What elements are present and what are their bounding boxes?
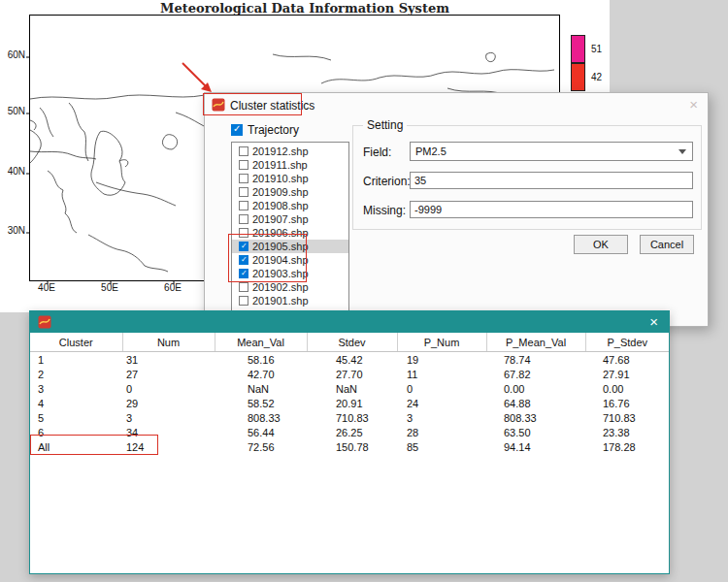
file-item[interactable]: 201907.shp [232, 212, 348, 226]
cancel-button[interactable]: Cancel [640, 235, 694, 254]
file-checkbox[interactable] [239, 269, 248, 278]
table-row[interactable]: 22742.7027.701167.8227.91 [30, 367, 669, 381]
table-cell: 3 [397, 410, 486, 425]
table-column-header[interactable]: P_Stdev [585, 333, 669, 352]
table-column-header[interactable]: Cluster [30, 333, 122, 352]
file-label: 201904.shp [252, 254, 309, 266]
table-cell: 2 [30, 367, 122, 381]
table-row[interactable]: 13158.1645.421978.7447.68 [30, 352, 669, 368]
y-axis-tick-label: 30N [2, 225, 25, 236]
table-row[interactable]: 30NaNNaN00.000.00 [30, 381, 669, 396]
table-cell: 0.00 [486, 381, 585, 396]
x-axis-tick-label: 60E [160, 282, 185, 293]
table-row[interactable]: 42958.5220.912464.8816.76 [30, 396, 669, 410]
colorbar-label: 42 [591, 72, 602, 82]
criterion-label: Criterion: [363, 175, 411, 188]
file-checkbox[interactable] [239, 146, 248, 156]
table-cell: 808.33 [486, 410, 585, 425]
table-cell: 29 [122, 396, 215, 410]
table-column-header[interactable]: Mean_Val [215, 333, 307, 352]
table-column-header[interactable]: Stdev [307, 333, 397, 352]
file-checkbox[interactable] [239, 228, 248, 238]
trajectory-file-list[interactable]: 201912.shp201911.shp201910.shp201909.shp… [231, 142, 349, 318]
field-combobox[interactable]: PM2.5 [410, 142, 693, 161]
file-item[interactable]: 201910.shp [232, 172, 348, 185]
chevron-down-icon [678, 149, 686, 154]
table-cell: 0.00 [585, 381, 669, 396]
setting-group: Setting Field: PM2.5 Criterion: Missing: [352, 125, 702, 230]
file-checkbox[interactable] [239, 174, 248, 183]
table-row[interactable]: 53808.33710.833808.33710.83 [30, 410, 669, 425]
file-item[interactable]: 201911.shp [232, 158, 348, 172]
table-cell: 42.70 [215, 367, 307, 381]
table-cell: NaN [307, 381, 397, 396]
table-cell: 1 [30, 352, 122, 368]
file-label: 201908.shp [252, 200, 309, 211]
file-item[interactable]: 201904.shp [232, 253, 348, 267]
colorbar-segment: 42 [571, 63, 602, 91]
file-checkbox[interactable] [239, 255, 248, 265]
table-cell: 58.16 [215, 352, 307, 368]
file-label: 201903.shp [252, 268, 309, 279]
file-item[interactable]: 201908.shp [232, 199, 348, 212]
file-checkbox[interactable] [239, 282, 248, 292]
trajectory-node[interactable]: Trajectory [231, 123, 299, 137]
file-item[interactable]: 201912.shp [232, 145, 348, 158]
table-cell: 3 [30, 381, 122, 396]
stats-titlebar[interactable]: × [30, 311, 669, 333]
ok-button[interactable]: OK [574, 235, 628, 254]
table-cell: 6 [30, 425, 122, 439]
file-label: 201910.shp [252, 173, 309, 184]
table-column-header[interactable]: Num [122, 333, 215, 352]
setting-group-label: Setting [363, 118, 407, 132]
app-icon [212, 98, 225, 112]
colorbar-swatch [571, 63, 585, 91]
table-row[interactable]: 63456.4426.252863.5023.38 [30, 425, 669, 439]
cluster-statistics-table: ClusterNumMean_ValStdevP_NumP_Mean_ValP_… [30, 333, 669, 454]
file-item[interactable]: 201903.shp [232, 267, 348, 280]
file-checkbox[interactable] [239, 187, 248, 197]
table-cell: 47.68 [585, 352, 669, 368]
table-cell: 27.91 [585, 367, 669, 381]
y-axis-tick-label: 40N [2, 166, 25, 177]
table-row[interactable]: All12472.56150.788594.14178.28 [30, 439, 669, 454]
y-axis-tick-label: 50N [2, 106, 25, 116]
table-cell: 63.50 [486, 425, 585, 439]
table-cell: 26.25 [307, 425, 397, 439]
file-item[interactable]: 201909.shp [232, 185, 348, 199]
colorbar-segment: 51 [571, 35, 602, 63]
file-checkbox[interactable] [239, 242, 248, 251]
table-cell: 27 [122, 367, 215, 381]
table-column-header[interactable]: P_Mean_Val [486, 333, 585, 352]
colorbar-label: 51 [591, 44, 602, 54]
stats-table-body: 13158.1645.421978.7447.6822742.7027.7011… [30, 352, 669, 455]
file-item[interactable]: 201901.shp [232, 294, 348, 307]
file-item[interactable]: 201906.shp [232, 226, 348, 240]
trajectory-checkbox[interactable] [231, 124, 243, 136]
dialog-titlebar[interactable]: Cluster statistics × [205, 93, 708, 118]
file-item[interactable]: 201902.shp [232, 280, 348, 294]
file-item[interactable]: 201905.shp [232, 240, 348, 253]
file-checkbox[interactable] [239, 201, 248, 210]
map-title: Meteorological Data Information System [0, 1, 610, 16]
table-cell: 56.44 [215, 425, 307, 439]
table-cell: 0 [122, 381, 215, 396]
dialog-close-icon[interactable]: × [689, 96, 698, 113]
table-column-header[interactable]: P_Num [397, 333, 486, 352]
table-cell: 150.78 [307, 439, 397, 454]
file-checkbox[interactable] [239, 296, 248, 306]
table-cell: 85 [397, 439, 486, 454]
window-close-icon[interactable]: × [649, 312, 658, 332]
missing-input[interactable] [410, 201, 693, 218]
criterion-input[interactable] [410, 172, 693, 189]
table-cell: 178.28 [585, 439, 669, 454]
x-axis-tick-label: 40E [34, 282, 59, 293]
file-label: 201912.shp [252, 146, 309, 157]
file-checkbox[interactable] [239, 214, 248, 224]
table-cell: 4 [30, 396, 122, 410]
trajectory-label: Trajectory [248, 123, 299, 137]
field-label: Field: [363, 146, 391, 159]
file-checkbox[interactable] [239, 160, 248, 170]
table-cell: 5 [30, 410, 122, 425]
table-cell: 19 [397, 352, 486, 368]
